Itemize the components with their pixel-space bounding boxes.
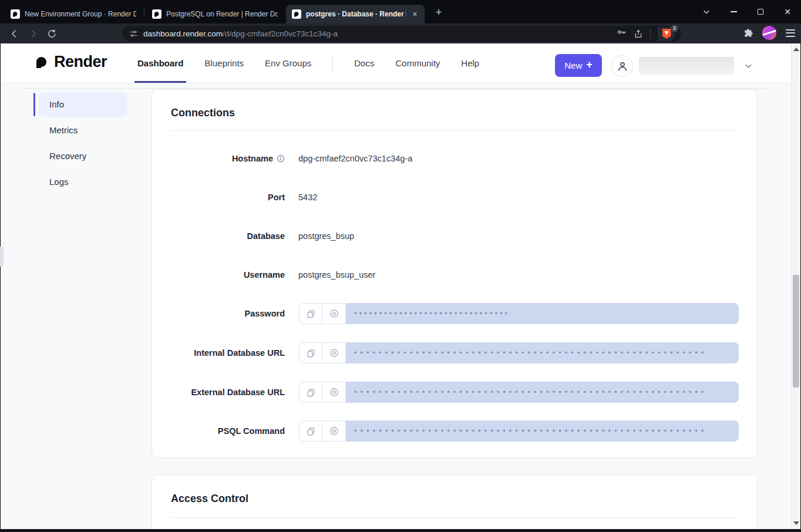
brave-shield-icon[interactable]: 2 xyxy=(658,27,675,41)
access-control-title: Access Control xyxy=(171,492,248,505)
row-label: Hostname xyxy=(232,154,273,163)
copy-button[interactable] xyxy=(299,420,322,442)
reveal-button[interactable] xyxy=(322,382,346,403)
nav-dashboard[interactable]: Dashboard xyxy=(137,43,183,83)
connections-title: Connections xyxy=(171,106,235,119)
window-controls: ✕ xyxy=(693,0,801,23)
scroll-down-arrow[interactable] xyxy=(793,521,799,525)
masked-password-field[interactable]: ••••••••••••••••••••••••••••••• xyxy=(346,303,739,324)
new-button[interactable]: New+ xyxy=(555,54,602,77)
browser-tab-2[interactable]: PostgreSQL on Render | Render Docs xyxy=(146,5,284,23)
tab-close-icon[interactable]: ✕ xyxy=(411,10,419,19)
row-psql-command: PSQL Command •••••••••••••••••••••••••••… xyxy=(152,420,758,442)
nav-help[interactable]: Help xyxy=(461,43,479,83)
render-app-header: Render Dashboard Blueprints Env Groups D… xyxy=(1,43,800,83)
render-favicon-icon xyxy=(152,9,161,19)
user-avatar[interactable] xyxy=(611,55,633,77)
copy-icon xyxy=(306,388,316,398)
brand-name: Render xyxy=(54,53,107,71)
reload-button[interactable] xyxy=(45,26,59,41)
content-top-edge xyxy=(23,88,765,89)
side-panel-handle[interactable] xyxy=(0,247,4,267)
divider xyxy=(171,130,738,131)
row-label: PSQL Command xyxy=(218,426,285,436)
dashboard-page: Info Metrics Recovery Logs Connections H… xyxy=(1,83,800,529)
nav-community[interactable]: Community xyxy=(395,43,440,83)
divider xyxy=(171,517,738,518)
person-icon xyxy=(617,60,628,72)
row-password: Password ••••••••••••••••••••••••••••••• xyxy=(152,303,758,324)
row-hostname: Hostname dpg-cmfaef2cn0vc73c1c34g-a xyxy=(152,148,758,169)
row-internal-database-url: Internal Database URL ••••••••••••••••••… xyxy=(152,342,758,363)
url-path: /d/dpg-cmfaef2cn0vc73c1c34g-a xyxy=(223,29,338,38)
main-nav: Dashboard Blueprints Env Groups Docs Com… xyxy=(137,43,479,83)
browser-profile-avatar[interactable] xyxy=(762,26,776,40)
window-maximize-button[interactable] xyxy=(747,0,774,23)
scrollbar-thumb[interactable] xyxy=(793,275,799,388)
masked-external-url-field[interactable]: ••••••••••••••••••••••••••••••••••••••••… xyxy=(346,382,739,403)
browser-tab-1[interactable]: New Environment Group · Render Das xyxy=(5,5,142,23)
sidebar-item-logs[interactable]: Logs xyxy=(49,176,69,188)
render-favicon-icon xyxy=(292,9,301,19)
row-value: postgres_bsup_user xyxy=(298,264,375,285)
row-label: Port xyxy=(268,193,285,202)
shield-badge: 2 xyxy=(671,25,678,32)
copy-icon xyxy=(306,348,316,358)
copy-button[interactable] xyxy=(299,303,322,324)
row-database: Database postgres_bsup xyxy=(152,225,758,247)
back-button[interactable] xyxy=(7,26,21,41)
nav-docs[interactable]: Docs xyxy=(354,43,374,83)
tab-title: New Environment Group · Render Das xyxy=(25,10,136,18)
masked-internal-url-field[interactable]: ••••••••••••••••••••••••••••••••••••••••… xyxy=(346,342,739,363)
row-label: Database xyxy=(247,231,285,241)
window-close-button[interactable]: ✕ xyxy=(774,0,801,23)
window-minimize-button[interactable] xyxy=(720,0,747,23)
plus-icon: + xyxy=(586,59,593,71)
sidebar-item-metrics[interactable]: Metrics xyxy=(49,124,78,136)
row-label: External Database URL xyxy=(191,388,285,397)
access-control-card: Access Control xyxy=(152,474,758,529)
nav-blueprints[interactable]: Blueprints xyxy=(204,43,244,83)
tab-search-chevron-icon[interactable] xyxy=(693,0,720,23)
toolbar-separator xyxy=(650,29,651,39)
sidebar-item-recovery[interactable]: Recovery xyxy=(49,150,86,162)
row-external-database-url: External Database URL ••••••••••••••••••… xyxy=(152,382,758,403)
nav-env-groups[interactable]: Env Groups xyxy=(265,43,311,83)
eye-icon xyxy=(329,387,339,398)
reveal-button[interactable] xyxy=(322,342,346,363)
account-chevron-down-icon[interactable] xyxy=(744,62,753,70)
reveal-button[interactable] xyxy=(322,303,346,324)
copy-button[interactable] xyxy=(299,342,322,363)
row-value: 5432 xyxy=(298,187,317,208)
sidebar-item-info[interactable]: Info xyxy=(39,92,127,117)
masked-psql-command-field[interactable]: ••••••••••••••••••••••••••••••••••••••••… xyxy=(346,420,739,442)
row-value: postgres_bsup xyxy=(298,225,354,247)
share-icon[interactable] xyxy=(634,29,643,39)
copy-button[interactable] xyxy=(299,382,322,403)
scroll-up-arrow[interactable] xyxy=(793,48,799,51)
page-scrollbar[interactable] xyxy=(791,43,800,529)
forward-button[interactable] xyxy=(26,26,40,41)
tab-separator xyxy=(144,8,144,16)
render-logo[interactable]: Render xyxy=(35,53,107,71)
row-label: Internal Database URL xyxy=(194,348,285,358)
extensions-icon[interactable] xyxy=(743,28,754,38)
browser-menu-icon[interactable] xyxy=(785,27,796,39)
info-icon[interactable] xyxy=(277,154,285,163)
copy-icon xyxy=(306,426,316,436)
render-favicon-icon xyxy=(11,9,20,19)
window-bottom-edge xyxy=(0,529,801,532)
browser-tab-3-active[interactable]: postgres · Database · Render Da ✕ xyxy=(286,5,425,23)
url-bar[interactable]: dashboard.render.com/d/dpg-cmfaef2cn0vc7… xyxy=(122,26,681,42)
nav-divider xyxy=(332,55,333,72)
render-logo-icon xyxy=(35,55,49,69)
url-host: dashboard.render.com xyxy=(143,29,223,38)
eye-icon xyxy=(329,308,339,319)
tab-title: postgres · Database · Render Da xyxy=(306,10,406,18)
connections-card: Connections Hostname dpg-cmfaef2cn0vc73c… xyxy=(152,89,758,458)
password-key-icon[interactable] xyxy=(617,29,627,39)
site-settings-icon[interactable] xyxy=(129,29,138,38)
reveal-button[interactable] xyxy=(322,420,346,442)
row-label: Password xyxy=(245,309,285,318)
new-tab-button[interactable]: + xyxy=(432,6,445,19)
